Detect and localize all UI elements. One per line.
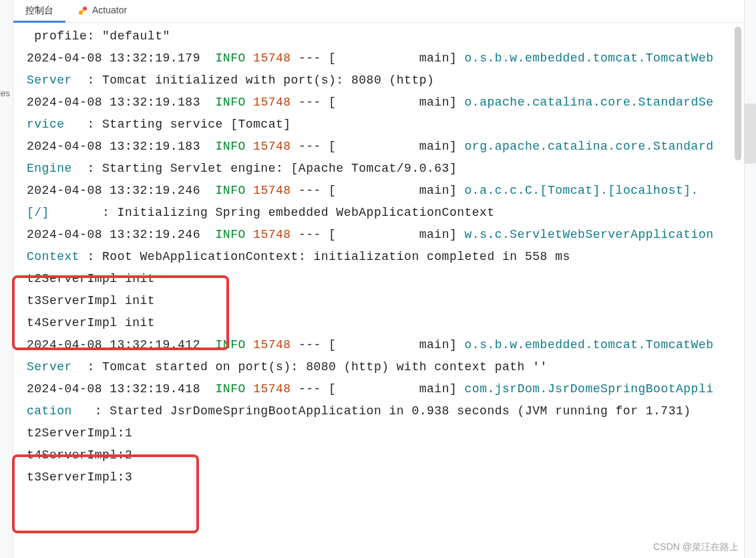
tab-actuator[interactable]: Actuator [65,0,139,23]
log-timestamp: 2024-04-08 13:32:19.183 [27,140,200,153]
log-stdout: t4ServerImpl init [27,316,155,329]
log-sep: --- [ main] [291,382,465,396]
tab-actuator-label: Actuator [92,3,127,17]
log-level: INFO [216,228,246,241]
log-pid: 15748 [253,140,291,153]
log-timestamp: 2024-04-08 13:32:19.412 [27,338,200,352]
log-sep: --- [ main] [291,338,465,352]
log-sep: --- [ main] [291,184,465,197]
log-stdout: t2ServerImpl:1 [27,426,132,440]
right-gutter [744,0,756,558]
log-pid: 15748 [253,338,291,352]
log-pid: 15748 [253,228,291,241]
overview-marker [744,104,756,164]
watermark: CSDN @菜汪在路上 [653,539,739,554]
log-pid: 15748 [253,96,291,109]
log-stdout: t4ServerImpl:2 [27,448,132,462]
log-msg: : Initializing Spring embedded WebApplic… [49,206,495,219]
log-stdout: t2ServerImpl init [27,272,155,285]
log-msg: : Starting service [Tomcat] [65,118,291,131]
log-pid: 15748 [253,382,291,396]
tab-console[interactable]: 控制台 [13,0,65,23]
log-msg: : Root WebApplicationContext: initializa… [79,250,570,263]
log-level: INFO [216,140,246,153]
log-profile: profile: "default" [27,29,170,43]
log-timestamp: 2024-04-08 13:32:19.418 [27,382,200,396]
log-level: INFO [216,184,246,197]
log-timestamp: 2024-04-08 13:32:19.246 [27,228,200,241]
log-msg: : Started JsrDomeSpringBootApplication i… [72,404,691,418]
log-timestamp: 2024-04-08 13:32:19.246 [27,184,200,197]
left-tool-label: ues [0,87,10,101]
left-gutter [0,0,13,558]
log-level: INFO [216,51,246,65]
actuator-icon [77,5,88,16]
log-pid: 15748 [253,184,291,197]
log-msg: : Starting Servlet engine: [Apache Tomca… [72,162,457,175]
tab-console-label: 控制台 [25,3,53,17]
log-msg: : Tomcat started on port(s): 8080 (http)… [72,360,548,374]
log-sep: --- [ main] [291,96,465,109]
console-output[interactable]: profile: "default" 2024-04-08 13:32:19.1… [27,25,716,558]
log-stdout: t3ServerImpl init [27,294,155,307]
log-timestamp: 2024-04-08 13:32:19.179 [27,51,200,65]
log-sep: --- [ main] [291,51,465,65]
scrollbar-thumb[interactable] [735,27,741,160]
log-sep: --- [ main] [291,228,465,241]
log-level: INFO [216,338,246,352]
log-stdout: t3ServerImpl:3 [27,470,132,484]
log-level: INFO [216,382,246,396]
tab-bar: 控制台 Actuator [13,0,744,23]
log-pid: 15748 [253,51,291,65]
log-sep: --- [ main] [291,140,465,153]
log-msg: : Tomcat initialized with port(s): 8080 … [72,74,434,87]
log-timestamp: 2024-04-08 13:32:19.183 [27,96,200,109]
log-level: INFO [216,96,246,109]
